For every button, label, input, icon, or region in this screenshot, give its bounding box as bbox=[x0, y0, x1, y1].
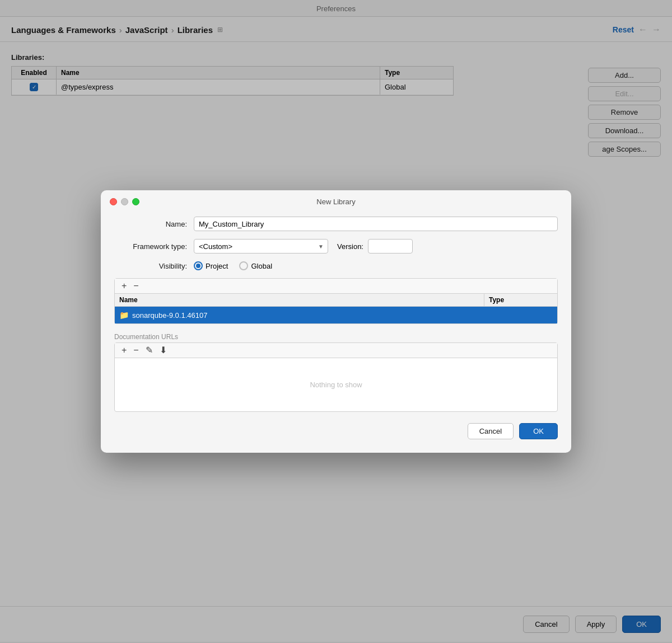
files-toolbar: + − bbox=[115, 279, 557, 294]
visibility-row: Visibility: Project Global bbox=[114, 261, 558, 270]
doc-toolbar: + − ✎ ⬇ bbox=[115, 343, 557, 358]
radio-project-label: Project bbox=[206, 262, 228, 270]
folder-icon: 📁 bbox=[119, 311, 129, 320]
name-input[interactable] bbox=[194, 217, 558, 231]
framework-select-wrapper: <Custom> AMD CommonJS ▼ bbox=[194, 239, 328, 254]
modal-overlay: New Library Name: Framework type: <Custo… bbox=[0, 0, 672, 643]
files-header: Name Type bbox=[115, 294, 557, 307]
files-col-name: Name bbox=[115, 294, 484, 306]
radio-global[interactable]: Global bbox=[239, 261, 272, 270]
radio-global-label: Global bbox=[251, 262, 272, 270]
files-row-name: 📁 sonarqube-9.0.1.46107 bbox=[115, 308, 484, 322]
minimize-button[interactable] bbox=[121, 198, 128, 205]
doc-download-button[interactable]: ⬇ bbox=[158, 346, 168, 355]
name-row: Name: bbox=[114, 217, 558, 231]
doc-empty-message: Nothing to show bbox=[115, 358, 557, 411]
files-row-type bbox=[484, 312, 557, 318]
files-row-selected[interactable]: 📁 sonarqube-9.0.1.46107 bbox=[115, 307, 557, 323]
modal-footer: Cancel OK bbox=[114, 423, 558, 442]
maximize-button[interactable] bbox=[132, 198, 139, 205]
traffic-lights bbox=[110, 198, 139, 205]
version-input[interactable] bbox=[368, 239, 413, 254]
framework-row: Framework type: <Custom> AMD CommonJS ▼ … bbox=[114, 239, 558, 254]
radio-project[interactable]: Project bbox=[194, 261, 228, 270]
doc-section-legend: Documentation URLs bbox=[114, 333, 558, 341]
radio-global-outer bbox=[239, 261, 248, 270]
framework-label: Framework type: bbox=[114, 242, 187, 251]
doc-remove-button[interactable]: − bbox=[132, 346, 139, 355]
modal-ok-button[interactable]: OK bbox=[519, 423, 558, 439]
new-library-dialog: New Library Name: Framework type: <Custo… bbox=[101, 190, 571, 453]
radio-project-outer bbox=[194, 261, 203, 270]
modal-titlebar: New Library bbox=[101, 190, 571, 211]
doc-section: + − ✎ ⬇ Nothing to show bbox=[114, 342, 558, 412]
doc-section-label: Documentation URLs bbox=[114, 333, 178, 341]
files-col-type: Type bbox=[484, 294, 557, 306]
version-label: Version: bbox=[337, 242, 363, 251]
doc-add-button[interactable]: + bbox=[120, 346, 128, 355]
name-label: Name: bbox=[114, 220, 187, 228]
radio-project-inner bbox=[196, 264, 200, 268]
files-row-filename: sonarqube-9.0.1.46107 bbox=[132, 311, 207, 320]
visibility-label: Visibility: bbox=[114, 262, 187, 270]
radio-group: Project Global bbox=[194, 261, 272, 270]
doc-section-wrapper: Documentation URLs + − ✎ ⬇ Nothing to sh… bbox=[114, 333, 558, 412]
modal-cancel-button[interactable]: Cancel bbox=[468, 423, 514, 439]
modal-body: Name: Framework type: <Custom> AMD Commo… bbox=[101, 211, 571, 453]
files-section: + − Name Type 📁 sonarqube-9.0.1.46107 bbox=[114, 278, 558, 324]
files-add-button[interactable]: + bbox=[120, 281, 128, 290]
doc-edit-button[interactable]: ✎ bbox=[144, 346, 154, 355]
framework-select[interactable]: <Custom> AMD CommonJS bbox=[194, 239, 328, 254]
close-button[interactable] bbox=[110, 198, 117, 205]
files-remove-button[interactable]: − bbox=[132, 281, 139, 290]
modal-title: New Library bbox=[316, 198, 355, 206]
